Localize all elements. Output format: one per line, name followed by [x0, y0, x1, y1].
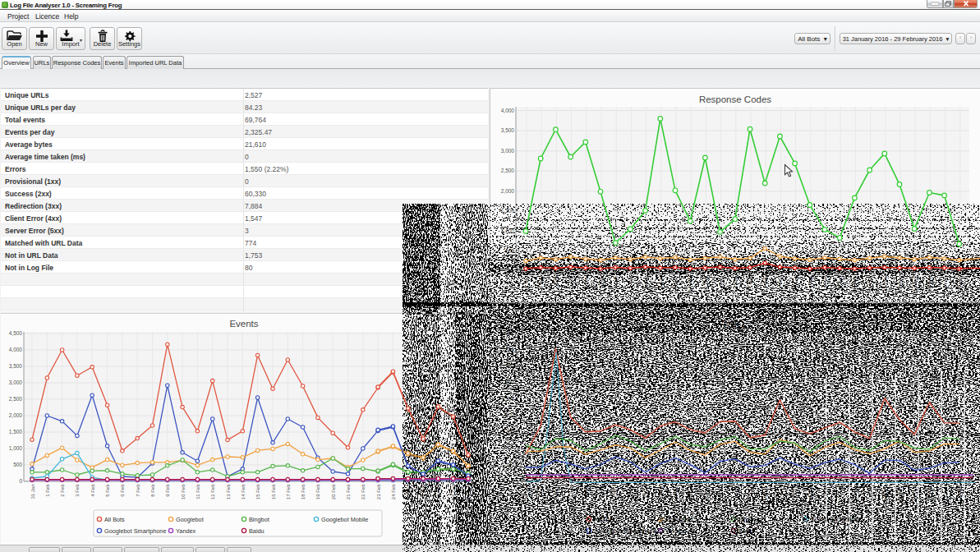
svg-text:7 Feb: 7 Feb [628, 485, 633, 498]
svg-text:27 Feb: 27 Feb [436, 484, 441, 499]
svg-text:19 Feb: 19 Feb [808, 275, 813, 291]
svg-text:1 Feb: 1 Feb [539, 275, 544, 288]
svg-text:3 Feb: 3 Feb [75, 484, 80, 497]
svg-text:100: 100 [505, 462, 514, 467]
svg-text:Bingbot: Bingbot [249, 516, 269, 523]
svg-text:Googlebot: Googlebot [176, 516, 204, 523]
svg-text:2 Feb: 2 Feb [554, 275, 559, 288]
svg-text:10 Feb: 10 Feb [674, 275, 679, 291]
svg-text:14 Feb: 14 Feb [734, 275, 738, 291]
svg-text:17 Feb: 17 Feb [778, 485, 783, 500]
svg-text:5 Feb: 5 Feb [105, 484, 110, 497]
svg-text:All Bots: All Bots [594, 516, 614, 523]
svg-text:28 Feb: 28 Feb [451, 484, 456, 499]
svg-text:8 Feb: 8 Feb [644, 275, 649, 288]
svg-text:800: 800 [505, 347, 514, 352]
svg-text:6 Feb: 6 Feb [614, 485, 619, 498]
svg-text:16 Feb: 16 Feb [763, 275, 768, 291]
svg-text:Response Codes: Response Codes [699, 94, 771, 104]
svg-text:19 Feb: 19 Feb [808, 485, 813, 500]
svg-text:Baidu: Baidu [738, 527, 754, 535]
svg-text:28 Feb: 28 Feb [943, 275, 948, 291]
svg-text:1 Feb: 1 Feb [45, 484, 50, 497]
svg-text:29 Feb: 29 Feb [958, 275, 963, 291]
svg-text:1,000: 1,000 [9, 445, 23, 451]
svg-text:14 Feb: 14 Feb [241, 484, 246, 499]
svg-text:26 Feb: 26 Feb [913, 485, 918, 500]
svg-text:29 Feb: 29 Feb [467, 484, 472, 499]
svg-text:2,000: 2,000 [9, 412, 23, 418]
svg-text:0: 0 [511, 478, 514, 484]
svg-text:1,500: 1,500 [501, 208, 515, 214]
svg-text:17 Feb: 17 Feb [778, 275, 783, 291]
svg-text:12 Feb: 12 Feb [703, 275, 708, 291]
svg-text:13 Feb: 13 Feb [719, 275, 724, 291]
svg-text:24 Feb: 24 Feb [883, 485, 888, 500]
svg-text:16 Feb: 16 Feb [271, 484, 276, 499]
svg-text:20 Feb: 20 Feb [823, 275, 828, 291]
svg-text:Yandex: Yandex [665, 527, 686, 535]
svg-text:Googlebot Mobile: Googlebot Mobile [811, 516, 858, 523]
svg-text:28 Feb: 28 Feb [943, 485, 948, 500]
svg-text:500: 500 [505, 248, 514, 254]
svg-text:3,000: 3,000 [9, 380, 23, 385]
svg-text:1 Feb: 1 Feb [539, 485, 544, 498]
svg-text:24 Feb: 24 Feb [883, 275, 888, 291]
svg-text:Googlebot Smartphone: Googlebot Smartphone [594, 527, 656, 535]
svg-text:23 Feb: 23 Feb [868, 485, 873, 500]
svg-text:10 Feb: 10 Feb [674, 485, 679, 500]
svg-text:4,000: 4,000 [501, 108, 515, 113]
svg-text:29 Feb: 29 Feb [958, 485, 963, 500]
svg-text:15 Feb: 15 Feb [748, 485, 753, 500]
svg-text:13 Feb: 13 Feb [719, 485, 724, 500]
svg-text:31 Jan: 31 Jan [30, 485, 35, 499]
svg-text:500: 500 [505, 396, 514, 402]
svg-text:7 Feb: 7 Feb [628, 275, 633, 288]
svg-text:23 Feb: 23 Feb [376, 484, 381, 499]
svg-text:26 Feb: 26 Feb [913, 275, 918, 291]
svg-text:10 Feb: 10 Feb [181, 484, 186, 499]
svg-text:19 Feb: 19 Feb [315, 484, 320, 499]
svg-text:31 Jan: 31 Jan [524, 485, 529, 500]
svg-text:4 Feb: 4 Feb [584, 485, 589, 498]
svg-text:6 Feb: 6 Feb [120, 484, 125, 497]
svg-text:9 Feb: 9 Feb [659, 275, 664, 288]
svg-text:5 Feb: 5 Feb [599, 485, 604, 498]
svg-text:3 Feb: 3 Feb [569, 275, 574, 288]
svg-text:2,500: 2,500 [501, 168, 515, 173]
svg-text:18 Feb: 18 Feb [301, 484, 306, 499]
svg-text:4 Feb: 4 Feb [90, 484, 95, 497]
svg-text:22 Feb: 22 Feb [853, 275, 858, 291]
svg-text:Events: Events [229, 319, 258, 329]
svg-text:13 Feb: 13 Feb [226, 484, 231, 499]
svg-text:21 Feb: 21 Feb [346, 484, 351, 499]
svg-text:Bingbot: Bingbot [738, 516, 759, 523]
svg-text:21 Feb: 21 Feb [838, 275, 843, 291]
svg-text:31 Jan: 31 Jan [524, 276, 529, 291]
svg-text:27 Feb: 27 Feb [927, 485, 932, 500]
svg-text:700: 700 [505, 363, 514, 369]
svg-text:URLs: URLs [724, 320, 748, 329]
svg-text:15 Feb: 15 Feb [748, 275, 753, 291]
svg-text:11 Feb: 11 Feb [688, 485, 693, 500]
svg-text:12 Feb: 12 Feb [703, 485, 708, 500]
svg-text:0: 0 [511, 269, 514, 274]
svg-text:11 Feb: 11 Feb [196, 484, 200, 499]
svg-text:2 Feb: 2 Feb [60, 484, 65, 497]
svg-text:300: 300 [505, 429, 514, 435]
svg-text:21 Feb: 21 Feb [838, 485, 843, 500]
svg-text:All Bots: All Bots [104, 516, 125, 523]
svg-text:26 Feb: 26 Feb [421, 484, 426, 499]
svg-text:3 Feb: 3 Feb [569, 485, 574, 498]
svg-text:20 Feb: 20 Feb [823, 485, 828, 500]
svg-text:200: 200 [505, 445, 514, 451]
svg-text:4,000: 4,000 [9, 347, 23, 352]
svg-text:400: 400 [505, 412, 514, 418]
svg-text:4,500: 4,500 [9, 330, 23, 336]
svg-text:25 Feb: 25 Feb [898, 275, 903, 291]
svg-text:8 Feb: 8 Feb [644, 485, 649, 498]
svg-text:17 Feb: 17 Feb [286, 484, 291, 499]
svg-text:23 Feb: 23 Feb [868, 275, 873, 291]
svg-text:Baidu: Baidu [249, 527, 265, 535]
svg-text:Googlebot Smartphone: Googlebot Smartphone [104, 527, 166, 535]
